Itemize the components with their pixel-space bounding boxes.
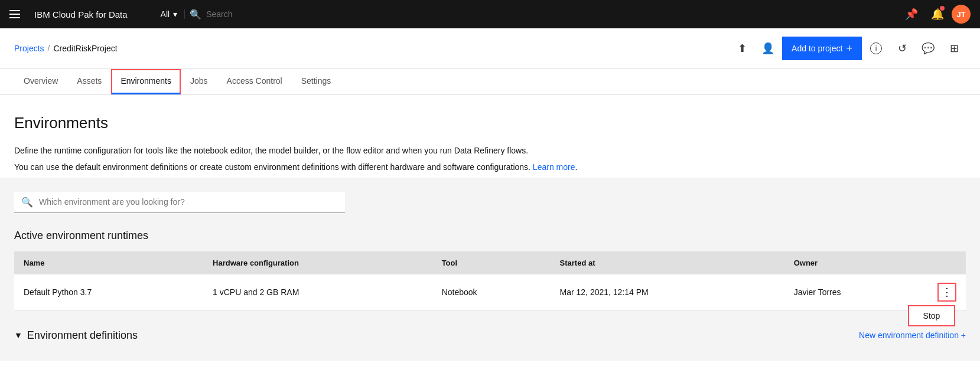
upload-button[interactable]: ⬆ [730, 37, 754, 60]
info-button[interactable]: i [864, 37, 888, 60]
cell-name: Default Python 3.7 [14, 274, 203, 310]
breadcrumb-bar: Projects / CreditRiskProject ⬆ 👤 Add to … [0, 28, 980, 69]
topbar: IBM Cloud Pak for Data All ▾ 🔍 📌 🔔 JT [0, 0, 980, 28]
search-scope-selector[interactable]: All ▾ [161, 9, 185, 19]
history-button[interactable]: ↺ [890, 37, 914, 60]
stop-button[interactable]: Stop [909, 306, 954, 325]
tab-overview[interactable]: Overview [14, 69, 67, 94]
accordion-title-row: ▼ Environment definitions [14, 329, 138, 342]
add-icon: + [846, 42, 852, 55]
add-to-project-button[interactable]: Add to project + [782, 37, 862, 60]
search-icon: 🔍 [190, 9, 201, 20]
environment-definitions-section: ▼ Environment definitions New environmen… [14, 325, 966, 346]
topbar-actions: 📌 🔔 JT [900, 0, 971, 28]
grid-view-button[interactable]: ⊞ [942, 37, 966, 60]
breadcrumb-current-project: CreditRiskProject [53, 44, 117, 53]
breadcrumb-separator: / [48, 44, 50, 53]
tab-jobs[interactable]: Jobs [181, 69, 217, 94]
overflow-menu-button[interactable]: ⋮ Stop [937, 283, 956, 302]
add-collaborator-icon: 👤 [761, 42, 774, 55]
chevron-down-icon: ▼ [14, 331, 22, 340]
col-header-hardware: Hardware configuration [203, 251, 432, 274]
table-header-row: Name Hardware configuration Tool Started… [14, 251, 966, 274]
col-header-started: Started at [551, 251, 784, 274]
table-row: Default Python 3.7 1 vCPU and 2 GB RAM N… [14, 274, 966, 310]
add-collaborator-button[interactable]: 👤 [756, 37, 780, 60]
pin-icon: 📌 [905, 8, 918, 21]
add-to-project-label: Add to project [792, 44, 842, 53]
page-title: Environments [14, 114, 966, 132]
active-runtimes-table: Name Hardware configuration Tool Started… [14, 251, 966, 310]
stop-popup: Stop [908, 305, 955, 326]
menu-button[interactable] [9, 0, 25, 28]
upload-icon: ⬆ [738, 42, 747, 55]
chevron-down-icon: ▾ [173, 9, 177, 19]
tab-environments[interactable]: Environments [111, 69, 181, 94]
breadcrumb-actions: ⬆ 👤 Add to project + i ↺ 💬 ⊞ [730, 37, 966, 60]
new-environment-definition-link[interactable]: New environment definition + [859, 331, 966, 340]
search-input-wrapper: 🔍 [190, 9, 867, 20]
chat-icon: 💬 [922, 42, 935, 55]
tab-settings[interactable]: Settings [292, 69, 341, 94]
cell-tool: Notebook [432, 274, 551, 310]
tabs-bar: Overview Assets Environments Jobs Access… [0, 69, 980, 95]
search-scope-label: All [161, 9, 170, 19]
notification-button[interactable]: 🔔 [926, 0, 949, 28]
history-icon: ↺ [898, 42, 907, 55]
avatar-initials: JT [956, 10, 965, 19]
description-line1: Define the runtime configuration for too… [14, 144, 966, 157]
info-icon: i [870, 42, 882, 54]
notification-dot [940, 6, 945, 11]
search-icon: 🔍 [21, 197, 33, 208]
tab-assets[interactable]: Assets [67, 69, 111, 94]
pin-button[interactable]: 📌 [900, 0, 923, 28]
accordion-header[interactable]: ▼ Environment definitions New environmen… [14, 325, 966, 346]
hamburger-icon [9, 10, 20, 18]
row-actions-cell: ⋮ Stop [928, 274, 966, 310]
learn-more-link[interactable]: Learn more [533, 162, 575, 172]
breadcrumb: Projects / CreditRiskProject [14, 44, 118, 53]
environment-search-input[interactable] [39, 197, 338, 207]
col-header-actions [928, 251, 966, 274]
tab-access-control[interactable]: Access Control [217, 69, 292, 94]
description-line2: You can use the default environment defi… [14, 161, 966, 174]
active-runtimes-title: Active environment runtimes [14, 230, 966, 242]
col-header-name: Name [14, 251, 203, 274]
search-area: All ▾ 🔍 [161, 9, 867, 20]
breadcrumb-projects-link[interactable]: Projects [14, 44, 44, 53]
search-input[interactable] [206, 9, 324, 19]
gray-section: 🔍 Active environment runtimes Name Hardw… [0, 178, 980, 361]
environment-search-wrapper: 🔍 [14, 192, 345, 213]
environment-definitions-title: Environment definitions [27, 329, 138, 342]
cell-owner: Javier Torres [784, 274, 928, 310]
col-header-tool: Tool [432, 251, 551, 274]
chat-button[interactable]: 💬 [916, 37, 940, 60]
app-logo: IBM Cloud Pak for Data [34, 9, 128, 19]
main-content: Environments Define the runtime configur… [0, 95, 980, 373]
overflow-icon: ⋮ [942, 286, 952, 299]
col-header-owner: Owner [784, 251, 928, 274]
avatar[interactable]: JT [952, 5, 971, 24]
cell-hardware: 1 vCPU and 2 GB RAM [203, 274, 432, 310]
cell-started: Mar 12, 2021, 12:14 PM [551, 274, 784, 310]
grid-icon: ⊞ [950, 42, 959, 55]
